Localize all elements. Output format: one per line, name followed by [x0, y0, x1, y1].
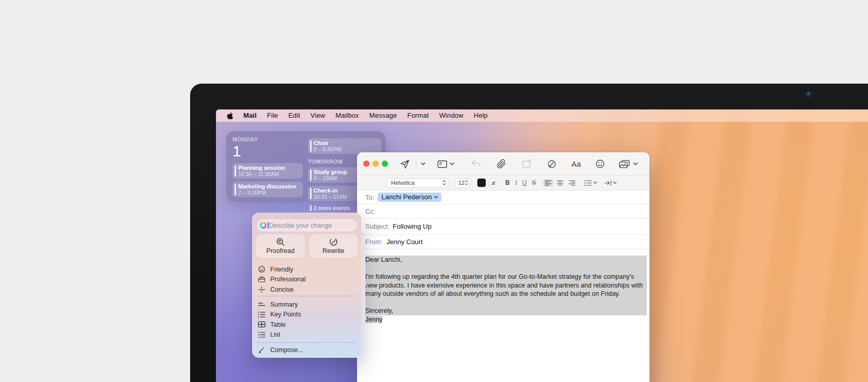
summary-icon	[258, 301, 266, 307]
message-body[interactable]: Dear Lanchi, I'm following up regarding …	[357, 249, 649, 324]
chevron-down-icon	[421, 162, 426, 166]
toolbar-separator	[416, 159, 416, 169]
calendar-event[interactable]: Marketing discussion 2 – 3:30PM	[233, 182, 303, 197]
undo-arrow-icon	[471, 160, 481, 168]
stepper-icon	[442, 180, 446, 186]
tone-label: Professional	[270, 276, 306, 283]
zoom-button[interactable]	[382, 161, 388, 167]
format-summary[interactable]: Summary	[257, 299, 357, 310]
align-center-button[interactable]	[555, 179, 565, 187]
format-button[interactable]: Aa	[571, 160, 581, 168]
list-style-button[interactable]	[584, 180, 597, 186]
minimize-button[interactable]	[373, 161, 379, 167]
proofread-label: Proofread	[266, 247, 295, 254]
selected-text: Dear Lanchi, I'm following up regarding …	[365, 256, 647, 315]
photos-chevron[interactable]	[633, 162, 638, 166]
menu-file[interactable]: File	[262, 109, 283, 122]
align-left-button[interactable]	[543, 179, 553, 187]
table-icon	[258, 321, 266, 328]
italic-button[interactable]: I	[515, 179, 517, 187]
tone-concise[interactable]: Concise	[257, 284, 357, 295]
format-label: Table	[270, 321, 286, 328]
menu-bar: Mail File Edit View Mailbox Message Form…	[216, 109, 868, 122]
compose-label: Compose...	[270, 346, 303, 354]
to-recipient-pill[interactable]: Lanchi Pederson	[378, 193, 441, 202]
stepper-icon	[464, 180, 469, 186]
cc-field[interactable]: Cc:	[357, 204, 649, 218]
menu-format[interactable]: Format	[402, 109, 434, 122]
photos-button[interactable]	[619, 160, 630, 169]
header-fields-button[interactable]	[437, 160, 447, 168]
send-button[interactable]	[399, 159, 410, 169]
text-color-well[interactable]	[477, 179, 486, 187]
undo-button[interactable]	[471, 160, 481, 168]
font-size-select[interactable]: 12	[455, 178, 471, 188]
chevron-down-icon	[593, 181, 597, 184]
emoji-button[interactable]	[595, 159, 605, 169]
popup-divider	[257, 296, 357, 296]
webcam-icon	[807, 92, 811, 97]
underline-button[interactable]: U	[522, 179, 527, 186]
font-family-value: Helvetica	[391, 180, 414, 186]
body-greeting: Dear Lanchi,	[365, 256, 647, 264]
markup-button[interactable]	[522, 160, 532, 169]
event-time: 10:30 – 11:30AM	[238, 171, 300, 177]
tone-professional[interactable]: Professional	[257, 275, 357, 285]
apple-intelligence-icon	[260, 222, 267, 229]
chevron-down-icon	[633, 162, 638, 166]
header-fields-icon	[437, 160, 447, 168]
event-title: Marketing discussion	[238, 183, 300, 189]
describe-change-input[interactable]: Describe your change	[257, 219, 357, 231]
tone-label: Concise	[270, 286, 293, 293]
strikethrough-button[interactable]: S	[532, 179, 536, 186]
calendar-event[interactable]: Planning session 10:30 – 11:30AM	[233, 163, 303, 179]
calendar-day-number: 1	[233, 143, 303, 160]
format-list[interactable]: List	[257, 330, 357, 340]
from-value: Jenny Court	[386, 238, 423, 246]
menu-mail[interactable]: Mail	[238, 109, 262, 122]
format-key-points[interactable]: Key Points	[257, 310, 357, 320]
apple-menu[interactable]	[226, 112, 234, 120]
header-fields-chevron[interactable]	[450, 162, 455, 166]
close-button[interactable]	[363, 161, 369, 167]
menu-help[interactable]: Help	[469, 109, 493, 122]
from-field[interactable]: From: Jenny Court	[357, 235, 649, 249]
body-signature: Jenny	[365, 316, 382, 323]
align-center-icon	[556, 180, 564, 186]
menu-view[interactable]: View	[305, 109, 330, 122]
align-right-button[interactable]	[567, 179, 577, 187]
to-label: To:	[365, 194, 374, 201]
format-bar: Helvetica 12 a B I U S	[357, 176, 649, 190]
writing-tools-button[interactable]	[547, 159, 557, 169]
indent-icon	[604, 180, 612, 186]
format-label: Key Points	[270, 311, 301, 318]
font-family-select[interactable]: Helvetica	[386, 178, 448, 188]
attach-button[interactable]	[497, 159, 506, 169]
rewrite-button[interactable]: Rewrite	[309, 234, 358, 258]
calendar-event[interactable]: Choir 8 – 8:45PM	[308, 138, 381, 154]
event-title: Choir	[314, 140, 378, 146]
mail-compose-window: Aa Helvetica	[357, 152, 649, 382]
key-points-icon	[258, 311, 266, 318]
from-label: From:	[365, 238, 383, 246]
markup-icon	[522, 160, 532, 169]
bold-button[interactable]: B	[505, 179, 510, 186]
proofread-button[interactable]: Proofread	[256, 234, 305, 258]
tone-friendly[interactable]: Friendly	[257, 264, 357, 275]
event-title: Planning session	[238, 165, 300, 171]
subject-label: Subject:	[365, 222, 390, 230]
menu-mailbox[interactable]: Mailbox	[330, 109, 364, 122]
send-options-button[interactable]	[421, 162, 426, 166]
indent-button[interactable]	[604, 180, 617, 186]
compose-option[interactable]: Compose...	[257, 345, 357, 355]
format-table[interactable]: Table	[257, 320, 357, 330]
background-color-glyph: a	[492, 180, 495, 186]
menu-message[interactable]: Message	[364, 109, 402, 122]
writing-tools-popup: Describe your change Proofread Rewrite F…	[252, 213, 362, 358]
menu-window[interactable]: Window	[434, 109, 469, 122]
popup-callout-arrow	[361, 279, 367, 290]
font-size-value: 12	[458, 180, 464, 186]
menu-edit[interactable]: Edit	[283, 109, 305, 122]
subject-field[interactable]: Subject: Following Up	[357, 218, 649, 235]
background-color-well[interactable]: a	[489, 179, 498, 187]
